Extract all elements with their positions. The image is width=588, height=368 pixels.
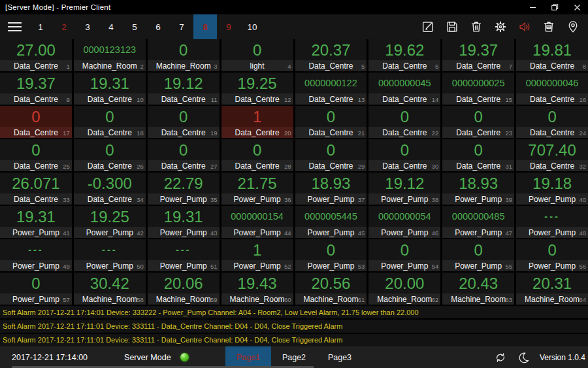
- close-button[interactable]: [566, 0, 588, 14]
- grid-cell-63[interactable]: 20.43Machine_Room63: [442, 273, 514, 305]
- cell-index: 41: [63, 229, 70, 236]
- sync-icon[interactable]: [494, 351, 507, 364]
- page-tab-page3[interactable]: Page3: [317, 346, 363, 368]
- grid-cell-61[interactable]: 20.56Machine_Room61: [295, 273, 367, 305]
- grid-cell-44[interactable]: 0000000154Power_Pump44: [221, 206, 293, 238]
- grid-cell-51[interactable]: ---Power_Pump51: [148, 239, 220, 271]
- grid-cell-52[interactable]: 1Power_Pump52: [221, 239, 293, 271]
- grid-cell-20[interactable]: 1Data_Centre20: [221, 106, 293, 138]
- page-tab-page1[interactable]: Page1: [225, 346, 271, 368]
- grid-cell-42[interactable]: 19.25Power_Pump42: [74, 206, 146, 238]
- grid-cell-24[interactable]: 0Data_Centre24: [516, 106, 588, 138]
- grid-cell-27[interactable]: 0Data_Centre27: [148, 139, 220, 171]
- grid-cell-37[interactable]: 18.93Power_Pump37: [295, 173, 367, 205]
- grid-cell-35[interactable]: 22.79Power_Pump35: [148, 173, 220, 205]
- grid-cell-58[interactable]: 30.42Machine_Room58: [74, 273, 146, 305]
- grid-cell-45[interactable]: 0000005445Power_Pump45: [295, 206, 367, 238]
- grid-cell-64[interactable]: 20.31Machine_Room64: [516, 273, 588, 305]
- grid-cell-18[interactable]: 0Data_Centre18: [74, 106, 146, 138]
- edit-icon[interactable]: [421, 20, 435, 34]
- clear-image-trash-icon[interactable]: [542, 20, 556, 34]
- cell-label: Data_Centre: [382, 95, 427, 104]
- grid-cell-46[interactable]: 0000000054Power_Pump46: [368, 206, 440, 238]
- grid-cell-41[interactable]: 19.31Power_Pump41: [0, 206, 72, 238]
- alarm-row[interactable]: Soft Alarm 2017-12-21 17:14:01 Device: 3…: [0, 306, 588, 318]
- delete-icon[interactable]: [469, 20, 483, 34]
- tab-4[interactable]: 4: [99, 14, 123, 39]
- grid-cell-60[interactable]: 19.43Machine_Room60: [221, 273, 293, 305]
- tab-1[interactable]: 1: [29, 14, 52, 39]
- tab-3[interactable]: 3: [76, 14, 99, 39]
- grid-cell-15[interactable]: 0000000025Data_Centre15: [442, 73, 514, 105]
- grid-cell-26[interactable]: 0Data_Centre26: [74, 139, 146, 171]
- grid-cell-54[interactable]: 0Power_Pump54: [368, 239, 440, 271]
- tab-2[interactable]: 2: [52, 14, 76, 39]
- grid-cell-38[interactable]: 19.12Power_Pump38: [368, 173, 440, 205]
- grid-cell-14[interactable]: 0000000045Data_Centre14: [368, 73, 440, 105]
- grid-cell-12[interactable]: 19.25Data_Centre12: [221, 73, 293, 105]
- grid-cell-47[interactable]: 0000000485Power_Pump47: [442, 206, 514, 238]
- grid-cell-28[interactable]: 0Data_Centre28: [221, 139, 293, 171]
- grid-cell-16[interactable]: 0000000046Data_Centre16: [516, 73, 588, 105]
- grid-cell-31[interactable]: 0Data_Centre31: [442, 139, 514, 171]
- grid-cell-11[interactable]: 19.12Data_Centre11: [148, 73, 220, 105]
- tab-7[interactable]: 7: [170, 14, 193, 39]
- grid-cell-23[interactable]: 0Data_Centre23: [442, 106, 514, 138]
- grid-cell-2[interactable]: 0000123123Machine_Room2: [74, 39, 146, 71]
- grid-cell-30[interactable]: 0Data_Centre30: [368, 139, 440, 171]
- page-tab-page2[interactable]: Page2: [271, 346, 317, 368]
- minimize-button[interactable]: [521, 0, 544, 14]
- grid-cell-19[interactable]: 0Data_Centre19: [148, 106, 220, 138]
- grid-cell-8[interactable]: 19.81Data_Centre8: [516, 39, 588, 71]
- grid-cell-9[interactable]: 19.37Data_Centre9: [0, 73, 72, 105]
- cell-label: Data_Centre: [456, 128, 500, 137]
- location-pin-icon[interactable]: [566, 20, 580, 34]
- grid-cell-55[interactable]: 0Power_Pump55: [442, 239, 514, 271]
- grid-cell-34[interactable]: -0.300Data_Centre34: [74, 173, 146, 205]
- grid-cell-48[interactable]: ---Power_Pump48: [516, 206, 588, 238]
- grid-cell-5[interactable]: 20.37Data_Centre5: [295, 39, 367, 71]
- grid-cell-6[interactable]: 19.62Data_Centre6: [368, 39, 440, 71]
- grid-cell-33[interactable]: 26.071Data_Centre33: [0, 173, 72, 205]
- grid-cell-59[interactable]: 20.06Machine_Room59: [148, 273, 220, 305]
- grid-cell-40[interactable]: 19.18Power_Pump40: [516, 173, 588, 205]
- grid-cell-39[interactable]: 18.93Power_Pump39: [442, 173, 514, 205]
- grid-cell-25[interactable]: 0Data_Centre25: [0, 139, 72, 171]
- grid-cell-50[interactable]: ---Power_Pump50: [74, 239, 146, 271]
- tab-6[interactable]: 6: [146, 14, 170, 39]
- settings-gear-icon[interactable]: [493, 20, 508, 34]
- grid-cell-32[interactable]: 707.40Data_Centre32: [516, 139, 588, 171]
- night-mode-moon-icon[interactable]: [517, 351, 531, 364]
- grid-cell-3[interactable]: 0Machine_Room3: [148, 39, 220, 71]
- grid-cell-62[interactable]: 20.00Machine_Room62: [368, 273, 440, 305]
- save-icon[interactable]: [445, 20, 459, 34]
- grid-cell-4[interactable]: 0light4: [221, 39, 293, 71]
- grid-cell-22[interactable]: 0Data_Centre22: [368, 106, 440, 138]
- menu-hamburger-icon[interactable]: [0, 14, 29, 39]
- grid-cell-57[interactable]: 0Power_Pump57: [0, 273, 72, 305]
- grid-cell-49[interactable]: ---Power_Pump49: [0, 239, 72, 271]
- maximize-button[interactable]: [544, 0, 566, 14]
- grid-cell-21[interactable]: 0Data_Centre21: [295, 106, 367, 138]
- alarm-row[interactable]: Soft Alarm 2017-12-21 17:11:01 Device: 3…: [0, 320, 588, 332]
- grid-cell-7[interactable]: 19.37Data_Centre7: [442, 39, 514, 71]
- tab-9[interactable]: 9: [217, 14, 240, 39]
- tab-10[interactable]: 10: [240, 14, 264, 39]
- grid-cell-10[interactable]: 19.31Data_Centre10: [74, 73, 146, 105]
- grid-cell-17[interactable]: 0Data_Centre17: [0, 106, 72, 138]
- grid-cell-29[interactable]: 0Data_Centre29: [295, 139, 367, 171]
- grid-cell-13[interactable]: 0000000122Data_Centre13: [295, 73, 367, 105]
- grid-cell-56[interactable]: 0Power_Pump56: [516, 239, 588, 271]
- cell-label: Data_Centre: [88, 161, 132, 171]
- tab-5[interactable]: 5: [123, 14, 146, 39]
- grid-cell-53[interactable]: 0Power_Pump53: [295, 239, 367, 271]
- cell-index: 62: [432, 295, 439, 303]
- grid-cell-36[interactable]: 21.75Power_Pump36: [221, 173, 293, 205]
- tab-8[interactable]: 8: [193, 14, 217, 39]
- grid-cell-1[interactable]: 27.00Data_Centre1: [0, 39, 72, 71]
- audio-alarm-speaker-icon[interactable]: [517, 20, 532, 34]
- server-mode-label: Server Mode: [124, 353, 171, 362]
- grid-cell-43[interactable]: 19.31Power_Pump43: [148, 206, 220, 238]
- cell-label-strip: Machine_Room3: [148, 60, 220, 71]
- alarm-row[interactable]: Soft Alarm 2017-12-21 17:11:01 Device: 3…: [0, 334, 588, 346]
